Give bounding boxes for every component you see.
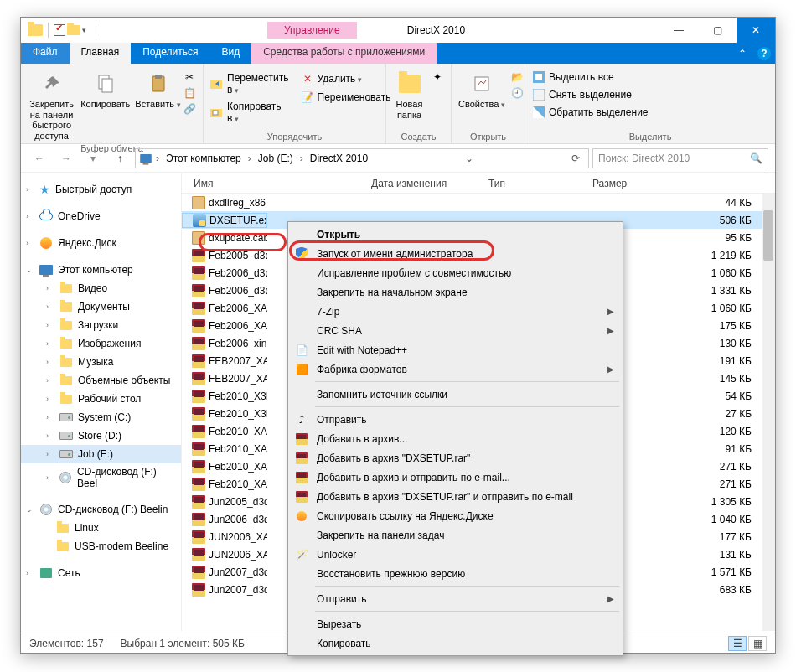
collapse-ribbon-icon[interactable]: ⌃ [731, 43, 753, 64]
ctx-unlocker[interactable]: 🪄Unlocker [290, 545, 621, 564]
sidebar-item-yandexdisk[interactable]: ›Яндекс.Диск [21, 234, 181, 252]
ctx-yandex-link[interactable]: Скопировать ссылку на Яндекс.Диске [290, 506, 621, 525]
sidebar-item-network[interactable]: ›Сеть [21, 564, 181, 582]
crumb-root[interactable]: Этот компьютер [163, 151, 245, 166]
view-icons-button[interactable]: ▦ [748, 636, 767, 651]
ctx-addarchive-named[interactable]: Добавить в архив "DXSETUP.rar" [290, 448, 621, 468]
scissors-icon: ✂ [183, 70, 196, 84]
ctx-crcsha[interactable]: CRC SHA▶ [290, 321, 621, 340]
up-button[interactable]: ↑ [108, 147, 132, 169]
newfolder-button[interactable]: Новая папка [393, 67, 426, 120]
sidebar-item-pictures[interactable]: ›Изображения [21, 334, 181, 353]
qat-properties-icon[interactable] [54, 24, 65, 36]
file-name: Feb2010_XAu [182, 478, 267, 491]
ctx-addarchive[interactable]: Добавить в архив... [290, 429, 621, 448]
tab-file[interactable]: Файл [21, 43, 70, 64]
file-row[interactable]: dxdllreg_x8644 КБ [182, 194, 775, 211]
cut-button[interactable]: ✂ [183, 70, 196, 84]
invertsel-button[interactable]: Обратить выделение [532, 106, 649, 119]
properties-button[interactable]: Свойства [458, 67, 505, 110]
sidebar-item-documents[interactable]: ›Документы [21, 297, 181, 316]
ctx-remember[interactable]: Запомнить источник ссылки [290, 385, 621, 404]
tab-home[interactable]: Главная [70, 43, 132, 64]
minimize-button[interactable]: — [659, 18, 698, 43]
copy-button[interactable]: Копировать [80, 67, 130, 110]
ctx-archemail[interactable]: Добавить в архив и отправить по e-mail..… [290, 468, 621, 487]
sidebar-item-cddrive[interactable]: ›CD-дисковод (F:) Beel [21, 463, 181, 492]
ctx-cut[interactable]: Вырезать [290, 614, 621, 633]
ctx-copy[interactable]: Копировать [290, 633, 621, 653]
crumb-folder[interactable]: DirectX 2010 [307, 151, 371, 166]
context-menu: Открыть Запуск от имени администратора И… [287, 221, 623, 656]
chevron-icon[interactable]: › [246, 152, 253, 164]
rename-button[interactable]: 📝Переименовать [301, 90, 391, 104]
ctx-archemail-named[interactable]: Добавить в архив "DXSETUP.rar" и отправи… [290, 487, 621, 506]
sidebar-item-downloads[interactable]: ›Загрузки [21, 316, 181, 334]
view-details-button[interactable]: ☰ [728, 636, 747, 651]
ctx-runas-admin[interactable]: Запуск от имени администратора [290, 244, 621, 263]
ctx-pintaskbar[interactable]: Закрепить на панели задач [290, 525, 621, 545]
address-bar[interactable]: › Этот компьютер › Job (E:) › DirectX 20… [135, 148, 589, 168]
close-button[interactable]: ✕ [737, 18, 775, 43]
recent-button[interactable]: ▾ [81, 147, 105, 169]
sidebar-item-usb[interactable]: USB-modem Beeline [21, 537, 181, 556]
ctx-send[interactable]: ⤴Отправить [290, 410, 621, 429]
qat-newfolder-icon[interactable] [67, 25, 80, 35]
refresh-icon[interactable]: ⟳ [566, 152, 585, 164]
drive-icon [59, 411, 73, 424]
sidebar-item-cdrive[interactable]: ›System (C:) [21, 408, 181, 426]
newitem-button[interactable]: ✦ [431, 70, 444, 84]
paste-button[interactable]: Вставить [135, 67, 181, 110]
search-input[interactable]: Поиск: DirectX 2010 🔍 [592, 148, 768, 168]
sidebar-item-ddrive[interactable]: ›Store (D:) [21, 426, 181, 445]
help-button[interactable]: ? [753, 43, 775, 64]
chevron-icon[interactable]: › [154, 152, 161, 164]
tab-share[interactable]: Поделиться [131, 43, 209, 64]
col-date[interactable]: Дата изменения [371, 178, 488, 189]
selectall-button[interactable]: Выделить все [532, 70, 649, 84]
sidebar-item-video[interactable]: ›Видео [21, 279, 181, 297]
scrollbar-thumb[interactable] [763, 210, 773, 261]
ctx-sendto[interactable]: Отправить▶ [290, 589, 621, 608]
delete-button[interactable]: ✕Удалить [301, 72, 391, 85]
ctx-compat[interactable]: Исправление проблем с совместимостью [290, 263, 621, 282]
ctx-editnpp[interactable]: 📄Edit with Notepad++ [290, 340, 621, 359]
tab-view[interactable]: Вид [209, 43, 251, 64]
ctx-pinstart[interactable]: Закрепить на начальном экране [290, 282, 621, 302]
forward-button[interactable]: → [54, 147, 78, 169]
sidebar-item-music[interactable]: ›Музыка [21, 353, 181, 371]
tab-apptools[interactable]: Средства работы с приложениями [251, 43, 437, 64]
ctx-open[interactable]: Открыть [290, 225, 621, 244]
ctx-fabrika[interactable]: 🟧Фабрика форматов▶ [290, 359, 621, 379]
sidebar-item-3dobjects[interactable]: ›Объемные объекты [21, 371, 181, 390]
col-type[interactable]: Тип [488, 178, 589, 189]
sidebar-item-quickaccess[interactable]: ›★Быстрый доступ [21, 180, 181, 199]
sidebar-item-onedrive[interactable]: ›OneDrive [21, 207, 181, 225]
sidebar-item-desktop[interactable]: ›Рабочий стол [21, 390, 181, 408]
copypath-button[interactable]: 📋 [183, 86, 196, 100]
sidebar-item-edrive[interactable]: ›Job (E:) [21, 445, 181, 463]
open-button[interactable]: 📂 [510, 70, 524, 84]
maximize-button[interactable]: ▢ [698, 18, 737, 43]
moveto-button[interactable]: Переместить в [210, 72, 289, 96]
ctx-restore[interactable]: Восстановить прежнюю версию [290, 564, 621, 583]
pasteshortcut-button[interactable]: 🔗 [183, 102, 196, 116]
copyto-button[interactable]: Копировать в [210, 101, 289, 124]
scrollbar[interactable] [762, 194, 775, 631]
sidebar-item-thispc[interactable]: ⌄Этот компьютер [21, 261, 181, 279]
sidebar-item-cddrive2[interactable]: ⌄CD-дисковод (F:) Beelin [21, 500, 181, 519]
ctx-7zip[interactable]: 7-Zip▶ [290, 302, 621, 321]
chevron-icon[interactable]: › [298, 152, 305, 164]
svg-rect-9 [535, 74, 542, 80]
sidebar-item-linux[interactable]: Linux [21, 519, 181, 537]
selectnone-button[interactable]: Снять выделение [532, 88, 649, 101]
history-button[interactable]: 🕘 [510, 86, 524, 100]
col-size[interactable]: Размер [589, 178, 775, 189]
dropdown-icon[interactable]: ⌄ [460, 152, 478, 164]
rar-icon [192, 442, 205, 456]
back-button[interactable]: ← [28, 147, 51, 169]
qat-dropdown-icon[interactable]: ▾ [82, 26, 90, 34]
pin-quickaccess-button[interactable]: Закрепить на панели быстрого доступа [28, 67, 75, 142]
crumb-drive[interactable]: Job (E:) [255, 151, 297, 166]
col-name[interactable]: Имя [182, 178, 371, 189]
